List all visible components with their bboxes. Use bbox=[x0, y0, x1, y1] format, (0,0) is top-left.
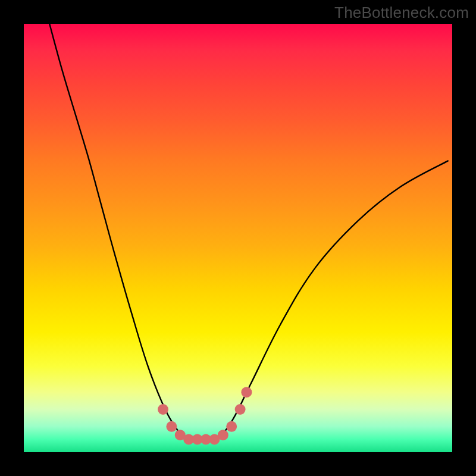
highlight-dot bbox=[226, 421, 237, 432]
chart-svg bbox=[24, 24, 452, 452]
highlight-dot bbox=[235, 404, 246, 415]
highlight-dot bbox=[158, 404, 168, 415]
highlight-dot bbox=[166, 421, 177, 432]
watermark-text: TheBottleneck.com bbox=[334, 4, 469, 22]
chart-frame: TheBottleneck.com bbox=[0, 0, 476, 476]
highlight-dots-group bbox=[158, 387, 252, 444]
curve-path bbox=[49, 24, 448, 440]
highlight-dot bbox=[241, 387, 252, 397]
curve-path-group bbox=[49, 24, 448, 440]
plot-area bbox=[24, 24, 452, 452]
highlight-dot bbox=[218, 430, 228, 440]
